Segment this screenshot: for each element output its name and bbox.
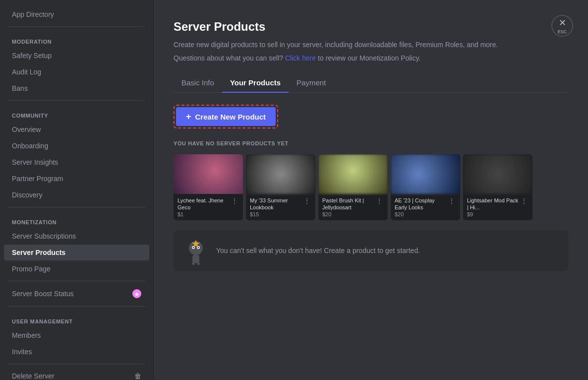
product-menu-p1[interactable]: ⋮ [230, 197, 239, 205]
svg-rect-1 [192, 255, 199, 263]
empty-state-message: You can't sell what you don't have! Crea… [216, 247, 420, 254]
sidebar-item-delete-server[interactable]: Delete Server 🗑 [4, 368, 149, 380]
sidebar-divider-4 [8, 281, 145, 281]
create-btn-label: Create New Product [195, 113, 266, 121]
plus-icon: + [186, 112, 191, 121]
sidebar-item-invites[interactable]: Invites [4, 344, 149, 360]
trash-icon: 🗑 [134, 372, 141, 380]
empty-heading: YOU HAVE NO SERVER PRODUCTS YET [174, 140, 568, 146]
sidebar-item-onboarding[interactable]: Onboarding [4, 138, 149, 154]
sidebar-item-app-directory[interactable]: App Directory [4, 6, 149, 22]
product-menu-p2[interactable]: ⋮ [302, 197, 311, 205]
main-content: ✕ ESC Server Products Create new digital… [154, 0, 588, 380]
sidebar-divider-6 [8, 364, 145, 364]
product-card-p4[interactable]: AE '23 | Cosplay Early Looks$20⋮ [391, 154, 460, 220]
product-menu-p3[interactable]: ⋮ [375, 197, 384, 205]
sidebar: App Directory MODERATION Safety Setup Au… [0, 0, 154, 380]
tab-basic-info[interactable]: Basic Info [174, 73, 222, 93]
product-thumb-p3 [318, 154, 388, 194]
product-previews: Lychee feat. Jhene Geco$1⋮My '33 Summer … [174, 154, 568, 220]
product-menu-p5[interactable]: ⋮ [520, 197, 529, 205]
tab-payment[interactable]: Payment [289, 73, 334, 93]
sidebar-item-partner-program[interactable]: Partner Program [4, 171, 149, 187]
sidebar-section-monetization: MONETIZATION [4, 211, 149, 227]
empty-state-row: You can't sell what you don't have! Crea… [174, 230, 568, 271]
monetization-policy-link[interactable]: Click here [285, 54, 316, 62]
sidebar-item-server-boost-status[interactable]: Server Boost Status ◆ [4, 285, 149, 302]
close-button[interactable]: ✕ ESC [551, 15, 573, 37]
svg-rect-8 [197, 262, 200, 265]
sidebar-item-discovery[interactable]: Discovery [4, 187, 149, 203]
product-name-p1: Lychee feat. Jhene Geco [177, 197, 230, 211]
sidebar-item-bans[interactable]: Bans [4, 80, 149, 96]
product-card-p5[interactable]: Lightsaber Mod Pack | Hi...$9⋮ [463, 154, 532, 220]
page-title: Server Products [174, 20, 568, 34]
product-price-p3: $20 [322, 211, 375, 217]
product-menu-p4[interactable]: ⋮ [447, 197, 456, 205]
sidebar-divider-1 [8, 26, 145, 27]
sidebar-item-members[interactable]: Members [4, 327, 149, 343]
product-name-p5: Lightsaber Mod Pack | Hi... [467, 197, 520, 211]
sidebar-section-user-management: USER MANAGEMENT [4, 311, 149, 326]
sidebar-item-safety-setup[interactable]: Safety Setup [4, 48, 149, 63]
product-name-p4: AE '23 | Cosplay Early Looks [395, 197, 447, 211]
product-card-p2[interactable]: My '33 Summer Lookbook$15⋮ [246, 154, 315, 220]
product-thumb-p4 [391, 154, 460, 194]
product-card-p3[interactable]: Pastel Brush Kit | Jellydoosart$20⋮ [318, 154, 388, 220]
page-description: Create new digital products to sell in y… [174, 40, 568, 50]
sidebar-section-community: COMMUNITY [4, 105, 149, 121]
sidebar-item-server-insights[interactable]: Server Insights [4, 154, 149, 170]
sidebar-divider-2 [8, 100, 145, 101]
sidebar-section-moderation: MODERATION [4, 31, 149, 47]
product-name-p3: Pastel Brush Kit | Jellydoosart [322, 197, 375, 211]
create-new-product-button[interactable]: + Create New Product [176, 107, 276, 126]
sidebar-item-server-products[interactable]: Server Products [4, 245, 149, 260]
esc-label: ESC [558, 30, 567, 34]
sidebar-item-promo-page[interactable]: Promo Page [4, 261, 149, 277]
sidebar-item-audit-log[interactable]: Audit Log [4, 64, 149, 80]
sidebar-item-server-subscriptions[interactable]: Server Subscriptions [4, 228, 149, 244]
product-card-p1[interactable]: Lychee feat. Jhene Geco$1⋮ [174, 154, 243, 220]
product-thumb-p2 [246, 154, 315, 194]
product-price-p2: $15 [250, 211, 302, 217]
svg-rect-7 [192, 262, 195, 265]
tabs-container: Basic Info Your Products Payment [174, 73, 568, 93]
tab-your-products[interactable]: Your Products [222, 73, 289, 93]
create-button-wrapper: + Create New Product [174, 105, 278, 128]
mascot-icon [183, 238, 208, 263]
boost-badge-icon: ◆ [132, 289, 141, 298]
sidebar-divider-5 [8, 306, 145, 307]
page-question: Questions about what you can sell? Click… [174, 53, 568, 63]
product-price-p5: $9 [467, 211, 520, 217]
sidebar-item-overview[interactable]: Overview [4, 122, 149, 137]
sidebar-divider-3 [8, 207, 145, 207]
close-x-icon: ✕ [559, 17, 566, 28]
product-thumb-p5 [463, 154, 532, 194]
product-price-p4: $20 [395, 211, 447, 217]
product-thumb-p1 [174, 154, 243, 194]
product-name-p2: My '33 Summer Lookbook [250, 197, 302, 211]
product-price-p1: $1 [177, 211, 230, 217]
